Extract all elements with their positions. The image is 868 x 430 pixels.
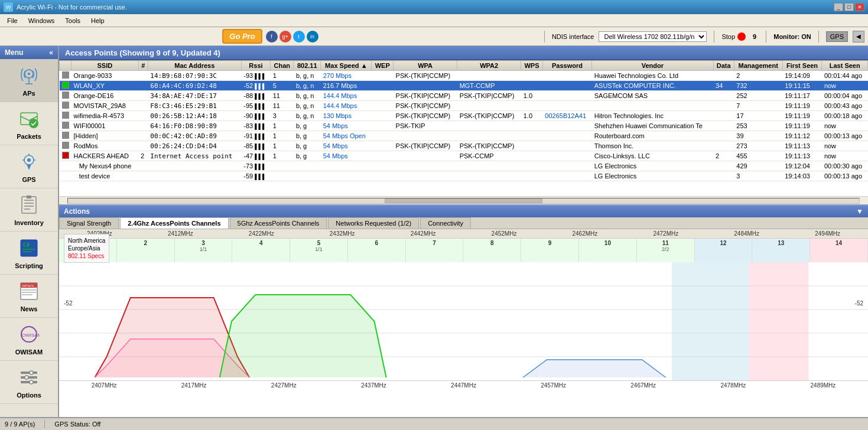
- table-row[interactable]: MOVISTAR_29A8 F8:C3:46:E5:29:B1 -95 ▌▌▌ …: [60, 101, 868, 111]
- row-wpa: [394, 81, 457, 91]
- sidebar-header: Menu «: [0, 46, 58, 59]
- tab-5ghz-channels[interactable]: 5Ghz AcessPoints Channels: [230, 217, 327, 229]
- actions-collapse-icon[interactable]: ▼: [856, 207, 863, 216]
- menu-tools[interactable]: Tools: [60, 16, 85, 25]
- table-row[interactable]: RodMos 00:26:24:CD:D4:D4 -85 ▌▌▌ 1 b, g …: [60, 141, 868, 151]
- svg-point-33: [30, 371, 33, 374]
- row-password: [542, 161, 591, 171]
- row-dot11: b, g, n: [294, 71, 321, 81]
- sidebar-item-gps[interactable]: GPS: [0, 145, 58, 188]
- scripting-icon: C#: [17, 236, 41, 260]
- th-color[interactable]: [60, 61, 71, 71]
- news-icon: NEWS NEWS: [17, 279, 41, 303]
- tab-networks-requested[interactable]: Networks Requested (1/2): [328, 217, 419, 229]
- row-data: [713, 161, 734, 171]
- row-first: 19:11:13: [782, 151, 822, 161]
- sidebar-item-options[interactable]: Options: [0, 361, 58, 404]
- freq-label-top: 2462MHz: [544, 230, 625, 237]
- row-wps: [521, 71, 543, 81]
- row-dot11: b, g: [294, 131, 321, 141]
- table-row[interactable]: [Hidden] 00:0C:42:0C:AD:89 -91 ▌▌▌ 1 b, …: [60, 131, 868, 141]
- table-row[interactable]: WLAN_XY 60:A4:4C:69:D2:48 -52 ▌▌▌ 5 b, g…: [60, 81, 868, 91]
- close-button[interactable]: ✕: [855, 3, 864, 11]
- gps-button[interactable]: GPS: [826, 31, 848, 42]
- gopro-button[interactable]: Go Pro: [222, 29, 262, 44]
- table-row[interactable]: WIFI00001 64:16:F0:D8:90:89 -83 ▌▌▌ 1 b,…: [60, 121, 868, 131]
- menu-windows[interactable]: Windows: [24, 16, 60, 25]
- legend-80211-specs[interactable]: 802.11 Specs: [68, 252, 105, 260]
- table-row[interactable]: My Nexus4 phone -73 ▌▌▌ LG Electronics 4…: [60, 161, 868, 171]
- th-mac[interactable]: Mac Address: [148, 61, 241, 71]
- th-wpa2[interactable]: WPA2: [457, 61, 521, 71]
- sidebar-item-aps[interactable]: APs: [0, 59, 58, 102]
- table-row[interactable]: wifimedia-R-4573 00:26:5B:12:A4:18 -90 ▌…: [60, 111, 868, 121]
- row-password: 00265B12A41: [542, 111, 591, 121]
- row-wpa: PSK-(TKIP|CCMP): [394, 91, 457, 101]
- row-rssi: -90 ▌▌▌: [241, 111, 270, 121]
- table-row[interactable]: Orange-9033 14:B9:68:07:90:3C -93 ▌▌▌ 1 …: [60, 71, 868, 81]
- th-num[interactable]: #: [138, 61, 148, 71]
- menu-file[interactable]: File: [2, 16, 22, 25]
- tab-connectivity[interactable]: Connectivity: [420, 217, 471, 229]
- row-wpa: PSK-(TKIP|CCMP): [394, 71, 457, 81]
- sidebar-item-scripting[interactable]: C# Scripting: [0, 232, 58, 275]
- menu-help[interactable]: Help: [86, 16, 109, 25]
- th-password[interactable]: Password: [542, 61, 591, 71]
- linkedin-icon[interactable]: in: [307, 31, 318, 43]
- table-area[interactable]: SSID # Mac Address Rssi Chan 802.11 Max …: [59, 60, 868, 196]
- row-wps: [521, 161, 543, 171]
- channel-col: 4: [232, 239, 290, 262]
- row-first: 19:11:19: [782, 111, 822, 121]
- table-row[interactable]: Orange-DE16 34:8A:AE:47:DE:17 -88 ▌▌▌ 11…: [60, 91, 868, 101]
- row-wep: [372, 71, 394, 81]
- legend-europe-asia[interactable]: Europe/Asia: [68, 245, 105, 252]
- sidebar-item-owisam[interactable]: OWISAM OWISAM: [0, 318, 58, 361]
- googleplus-icon[interactable]: g+: [279, 31, 291, 43]
- row-wep: [372, 161, 394, 171]
- sidebar-item-inventory[interactable]: Inventory: [0, 188, 58, 232]
- th-last[interactable]: Last Seen: [822, 61, 868, 71]
- maximize-button[interactable]: □: [844, 3, 854, 11]
- gps-icon: [17, 150, 41, 174]
- signal-chart: [59, 262, 868, 380]
- sidebar-aps-label: APs: [22, 90, 35, 97]
- legend-north-america[interactable]: North America: [68, 237, 105, 245]
- row-last: now: [822, 121, 868, 131]
- th-maxspeed[interactable]: Max Speed ▲: [321, 61, 372, 71]
- facebook-icon[interactable]: f: [266, 31, 278, 43]
- table-row[interactable]: HACKERS AHEAD 2 Internet Access point -4…: [60, 151, 868, 161]
- stop-button[interactable]: Stop: [721, 32, 746, 41]
- svg-rect-16: [27, 196, 31, 198]
- row-ssid: [Hidden]: [71, 131, 139, 141]
- th-vendor[interactable]: Vendor: [592, 61, 713, 71]
- sidebar-collapse-icon[interactable]: «: [49, 48, 53, 57]
- horizontal-scrollbar[interactable]: [59, 196, 868, 204]
- svg-rect-32: [21, 381, 37, 383]
- th-wpa[interactable]: WPA: [394, 61, 457, 71]
- svg-rect-11: [22, 197, 36, 213]
- minimize-button[interactable]: _: [834, 3, 843, 11]
- th-dot11[interactable]: 802.11: [294, 61, 321, 71]
- th-ssid[interactable]: SSID: [71, 61, 139, 71]
- sidebar-item-packets[interactable]: Packets: [0, 102, 58, 145]
- th-rssi[interactable]: Rssi: [241, 61, 270, 71]
- tab-24ghz-channels[interactable]: 2.4Ghz AcessPoints Channels: [120, 217, 228, 229]
- th-wps[interactable]: WPS: [521, 61, 543, 71]
- svg-point-34: [25, 376, 28, 379]
- th-mgmt[interactable]: Management: [734, 61, 782, 71]
- adapter-select[interactable]: Dell Wireless 1702 802.11b/g/n: [599, 31, 707, 42]
- th-wep[interactable]: WEP: [372, 61, 394, 71]
- tab-signal-strength[interactable]: Signal Strength: [59, 217, 119, 229]
- row-rssi: -83 ▌▌▌: [241, 121, 270, 131]
- app-icon: W: [4, 2, 13, 12]
- th-first[interactable]: First Seen: [782, 61, 822, 71]
- th-chan[interactable]: Chan: [271, 61, 294, 71]
- table-row[interactable]: test device -59 ▌▌▌ LG Electronics 3 19:…: [60, 171, 868, 181]
- chart-legend: North America Europe/Asia 802.11 Specs: [64, 234, 109, 263]
- freq-label-top: 2432MHz: [302, 230, 383, 237]
- sidebar-item-news[interactable]: NEWS NEWS News: [0, 275, 58, 318]
- twitter-icon[interactable]: t: [293, 31, 305, 43]
- monitor-status: Monitor: ON: [773, 33, 811, 40]
- sidebar-owisam-label: OWISAM: [15, 348, 43, 356]
- th-data[interactable]: Data: [713, 61, 734, 71]
